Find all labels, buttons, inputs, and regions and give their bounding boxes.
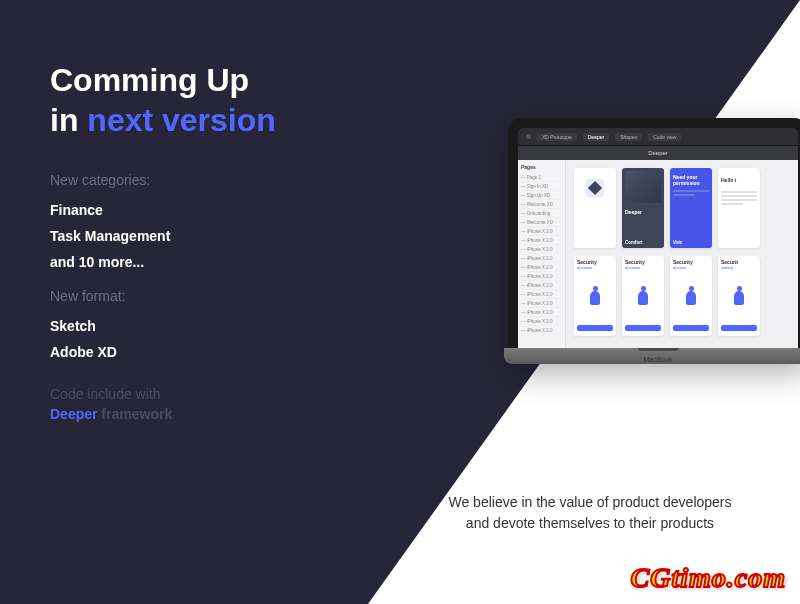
layer-item: — iPhone X 2.0 [521,272,562,281]
logo-icon [586,179,604,197]
layer-item: — Sign In XD [521,182,562,191]
watermark: CGtimo.com [631,562,786,594]
text-content: Comming Up in next version New categorie… [50,60,370,422]
layer-item: — iPhone X 2.0 [521,317,562,326]
category-item: Task Management [50,228,370,244]
mockup-subtitle: setting [721,265,757,270]
design-canvas: Deeper Comfort Need your permission Voic [566,160,798,348]
categories-label: New categories: [50,172,370,188]
mockup-subtitle: question [625,265,661,270]
format-item: Adobe XD [50,344,370,360]
framework-suffix: framework [97,406,172,422]
heading-accent: next version [87,102,276,138]
tagline-text: We believe in the value of product devel… [410,492,770,534]
tagline-line1: We believe in the value of product devel… [448,494,731,510]
category-item: Finance [50,202,370,218]
layer-item: — iPhone X 2.0 [521,227,562,236]
format-item: Sketch [50,318,370,334]
laptop-notch [638,348,678,351]
tagline-line2: and devote themselves to their products [466,515,714,531]
illustration-icon [577,274,613,321]
laptop-mockup: XD Prototype Deeper Shapes Code view Dee… [508,118,800,364]
illustration-icon [625,274,661,321]
illustration-icon [721,274,757,321]
layer-item: — iPhone X 2.0 [521,290,562,299]
mockup-title: Need your permission [673,174,709,186]
mockup-button [625,325,661,331]
phone-mockup: Securitsetting [718,256,760,336]
layer-item: — iPhone X 2.0 [521,254,562,263]
laptop-screen: XD Prototype Deeper Shapes Code view Dee… [518,128,798,348]
layer-item: — iPhone X 2.0 [521,263,562,272]
menubar-tab: XD Prototype [537,133,577,141]
mockup-button [721,325,757,331]
phone-mockup: Deeper Comfort [622,168,664,248]
mockup-image [625,171,661,203]
layer-item: — Onboarding [521,209,562,218]
menubar-tab: Shapes [615,133,642,141]
phone-mockup: Hello t [718,168,760,248]
panel-title: Pages [521,164,562,170]
laptop-frame: XD Prototype Deeper Shapes Code view Dee… [508,118,800,364]
mockup-caption: Comfort [625,240,661,245]
layers-panel: Pages — Page 1— Sign In XD— Sign Up XD— … [518,160,566,348]
mockup-row: SecurityquestionSecurityquestionSecurity… [574,256,790,336]
main-heading: Comming Up in next version [50,60,370,140]
mockup-subtitle: questio [673,265,709,270]
phone-mockup: Need your permission Voic [670,168,712,248]
code-section: Code include with Deeper framework [50,386,370,422]
laptop-base: MacBook [504,348,800,364]
mockup-title: Hello t [721,177,757,183]
layer-item: — iPhone X 2.0 [521,299,562,308]
layer-item: — iPhone X 2.0 [521,281,562,290]
category-item: and 10 more... [50,254,370,270]
toolbar-title: Deeper [648,150,668,156]
layer-item: — iPhone X 2.0 [521,236,562,245]
layer-item: — iPhone X 2.0 [521,326,562,335]
app-workspace: Pages — Page 1— Sign In XD— Sign Up XD— … [518,160,798,348]
mockup-title: Deeper [625,209,661,215]
app-menubar: XD Prototype Deeper Shapes Code view [518,128,798,146]
code-label: Code include with [50,386,370,402]
mockup-subtitle: question [577,265,613,270]
layer-item: — Welcome XD [521,218,562,227]
mockup-button [673,325,709,331]
layer-item: — iPhone X 2.0 [521,245,562,254]
framework-name: Deeper [50,406,97,422]
heading-line1: Comming Up [50,62,249,98]
app-toolbar: Deeper [518,146,798,160]
layer-item: — Welcome XD [521,200,562,209]
layer-item: — Sign Up XD [521,191,562,200]
framework-line: Deeper framework [50,406,370,422]
illustration-icon [673,274,709,321]
laptop-brand: MacBook [643,354,672,363]
menubar-tab: Deeper [583,133,609,141]
layer-item: — Page 1 [521,173,562,182]
window-control-icon [526,134,531,139]
phone-mockup: Securityquestion [574,256,616,336]
layer-item: — iPhone X 2.0 [521,308,562,317]
phone-mockup: Securityquestion [622,256,664,336]
phone-mockup [574,168,616,248]
menubar-tab: Code view [648,133,681,141]
mockup-button [577,325,613,331]
phone-mockup: Securityquestio [670,256,712,336]
mockup-row: Deeper Comfort Need your permission Voic [574,168,790,248]
format-label: New format: [50,288,370,304]
heading-line2-prefix: in [50,102,87,138]
mockup-caption: Voic [673,240,709,245]
